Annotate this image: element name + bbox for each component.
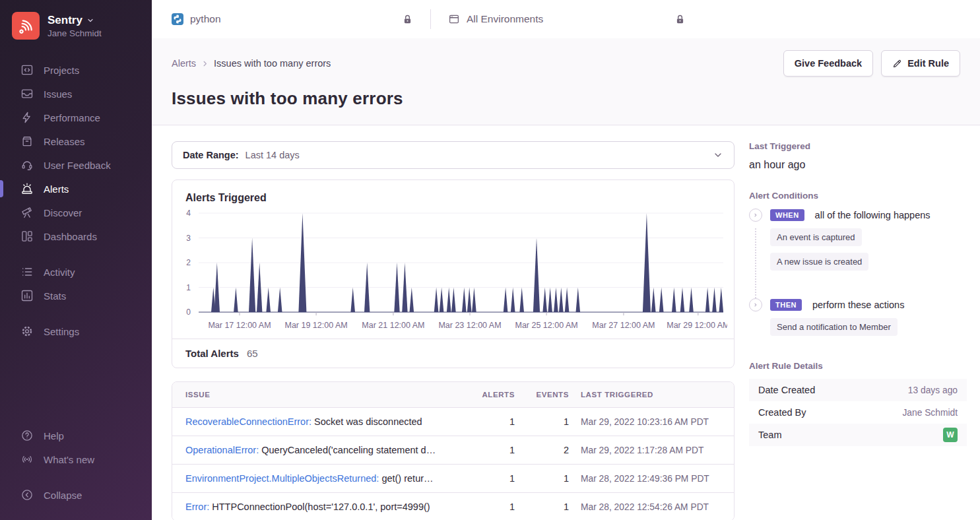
sidebar-item-activity[interactable]: Activity: [0, 260, 152, 284]
when-badge: WHEN: [770, 209, 804, 221]
sidebar-item-discover[interactable]: Discover: [0, 201, 152, 224]
chevron-down-icon: [86, 16, 94, 24]
issue-link[interactable]: EnvironmentProject.MultipleObjectsReturn…: [185, 473, 379, 484]
environment-lock-icon[interactable]: [674, 14, 686, 25]
then-badge: THEN: [770, 299, 802, 311]
sidebar-item-whats-new[interactable]: What's new: [0, 447, 152, 471]
topbar: python All Environments: [152, 0, 980, 38]
sidebar-item-stats[interactable]: Stats: [0, 284, 152, 308]
alerts-chart-panel: Alerts Triggered 01234Mar 17 12:00 AMMar…: [172, 179, 735, 368]
environment-label: All Environments: [467, 13, 543, 25]
sidebar-item-releases[interactable]: Releases: [0, 129, 152, 153]
table-row[interactable]: RecoverableConnectionError: Socket was d…: [172, 407, 734, 436]
date-range-value: Last 14 days: [245, 150, 300, 160]
sidebar-footer: Help What's new Collapse: [0, 424, 152, 507]
alert-conditions-heading: Alert Conditions: [749, 191, 967, 201]
chevron-right-circle-icon: [749, 209, 762, 222]
table-row[interactable]: OperationalError: QueryCanceled('canceli…: [172, 436, 734, 464]
svg-text:Mar 23 12:00 AM: Mar 23 12:00 AM: [438, 321, 501, 330]
releases-icon: [20, 135, 34, 148]
python-logo-icon: [172, 13, 183, 25]
issue-link[interactable]: RecoverableConnectionError:: [185, 416, 311, 427]
sidebar-item-dashboards[interactable]: Dashboards: [0, 224, 152, 248]
rule-detail-row: Date Created 13 days ago: [749, 379, 967, 401]
org-switcher[interactable]: Sentry Jane Schmidt: [0, 9, 152, 46]
sidebar-item-performance[interactable]: Performance: [0, 106, 152, 129]
sidebar-item-help[interactable]: Help: [0, 424, 152, 447]
sidebar-item-user-feedback[interactable]: User Feedback: [0, 153, 152, 177]
collapse-icon: [20, 488, 34, 502]
broadcast-icon: [20, 453, 34, 466]
svg-text:Mar 17 12:00 AM: Mar 17 12:00 AM: [208, 321, 271, 330]
alert-rule-details: Date Created 13 days ago Created By Jane…: [749, 379, 967, 446]
then-condition-row: THEN perform these actions: [749, 298, 967, 311]
issues-table: ISSUE ALERTS EVENTS LAST TRIGGERED Recov…: [172, 381, 735, 520]
stats-icon: [20, 289, 34, 302]
sidebar-item-settings[interactable]: Settings: [0, 319, 152, 343]
date-range-label: Date Range:: [183, 150, 239, 160]
condition-item: An event is captured: [770, 228, 862, 246]
breadcrumb-current: Issues with too many errors: [214, 58, 331, 69]
svg-text:1: 1: [186, 283, 191, 292]
chevron-down-icon: [713, 150, 723, 160]
breadcrumb-chevron-icon: [201, 60, 209, 67]
when-condition-row: WHEN all of the following happens: [749, 209, 967, 222]
team-avatar-badge[interactable]: W: [943, 428, 958, 442]
svg-text:0: 0: [186, 308, 191, 317]
org-name: Sentry: [48, 14, 82, 27]
sidebar-item-issues[interactable]: Issues: [0, 82, 152, 106]
projects-icon: [20, 63, 34, 77]
alerts-icon: [20, 182, 34, 195]
performance-icon: [20, 111, 34, 124]
svg-text:Mar 29 12:00 AM: Mar 29 12:00 AM: [667, 321, 727, 330]
breadcrumb-alerts-link[interactable]: Alerts: [172, 58, 196, 69]
svg-text:4: 4: [186, 209, 191, 218]
conditions-connector-line: [755, 228, 756, 306]
sentry-logo-icon: [12, 12, 40, 40]
sidebar-item-alerts[interactable]: Alerts: [0, 177, 152, 201]
sidebar: Sentry Jane Schmidt Projects Issues Perf…: [0, 0, 152, 520]
settings-gear-icon: [20, 325, 34, 338]
give-feedback-button[interactable]: Give Feedback: [783, 50, 873, 77]
project-selector[interactable]: python: [172, 13, 413, 25]
sidebar-collapse-button[interactable]: Collapse: [0, 483, 152, 507]
table-row[interactable]: EnvironmentProject.MultipleObjectsReturn…: [172, 464, 734, 492]
chevron-right-circle-icon: [749, 298, 762, 311]
rule-detail-row: Team W: [749, 424, 967, 446]
svg-text:Mar 25 12:00 AM: Mar 25 12:00 AM: [515, 321, 577, 330]
help-icon: [20, 429, 34, 442]
issue-link[interactable]: Error:: [185, 502, 209, 512]
dashboards-icon: [20, 230, 34, 243]
action-item: Send a notification to Member: [770, 318, 898, 336]
date-range-select[interactable]: Date Range: Last 14 days: [172, 141, 735, 169]
user-feedback-icon: [20, 158, 34, 172]
svg-text:3: 3: [186, 234, 191, 243]
last-triggered-heading: Last Triggered: [749, 141, 967, 151]
project-lock-icon[interactable]: [402, 14, 413, 25]
chart-title: Alerts Triggered: [172, 180, 734, 207]
discover-icon: [20, 206, 34, 219]
environment-window-icon: [448, 13, 460, 25]
svg-text:Mar 19 12:00 AM: Mar 19 12:00 AM: [284, 321, 347, 330]
total-alerts-value: 65: [247, 348, 258, 359]
alerts-chart[interactable]: 01234Mar 17 12:00 AMMar 19 12:00 AMMar 2…: [172, 207, 734, 339]
table-row[interactable]: Error: HTTPConnectionPool(host='127.0.0.…: [172, 492, 734, 520]
sidebar-item-projects[interactable]: Projects: [0, 58, 152, 82]
rule-detail-row: Created By Jane Schmidt: [749, 401, 967, 424]
last-triggered-value: an hour ago: [749, 159, 967, 171]
page-title: Issues with too many errors: [172, 88, 960, 109]
breadcrumb: Alerts Issues with too many errors: [172, 58, 331, 69]
pencil-icon: [892, 59, 902, 69]
table-header: ISSUE ALERTS EVENTS LAST TRIGGERED: [172, 382, 734, 407]
page-header: Alerts Issues with too many errors Give …: [152, 38, 980, 125]
alert-conditions: WHEN all of the following happens An eve…: [749, 209, 967, 336]
svg-text:Mar 21 12:00 AM: Mar 21 12:00 AM: [362, 321, 424, 330]
svg-text:2: 2: [186, 258, 191, 267]
activity-icon: [20, 265, 34, 278]
issue-link[interactable]: OperationalError:: [185, 445, 259, 455]
edit-rule-button[interactable]: Edit Rule: [881, 50, 960, 77]
total-alerts-footer: Total Alerts 65: [172, 339, 734, 368]
condition-item: A new issue is created: [770, 253, 868, 271]
environment-selector[interactable]: All Environments: [448, 13, 686, 25]
content: Date Range: Last 14 days Alerts Triggere…: [152, 125, 980, 520]
